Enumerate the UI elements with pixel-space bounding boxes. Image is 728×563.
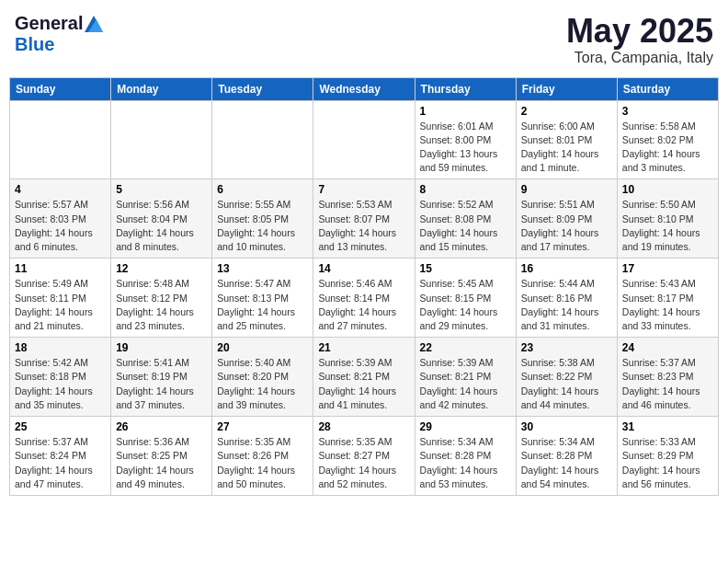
weekday-header-sunday: Sunday [10, 77, 111, 100]
day-info: Sunrise: 5:47 AMSunset: 8:13 PMDaylight:… [217, 277, 308, 333]
day-cell [10, 100, 111, 179]
weekday-header-tuesday: Tuesday [212, 77, 313, 100]
day-number: 8 [420, 183, 511, 196]
day-number: 19 [116, 341, 207, 354]
day-info: Sunrise: 5:52 AMSunset: 8:08 PMDaylight:… [420, 198, 511, 254]
day-number: 23 [521, 341, 612, 354]
day-info: Sunrise: 6:01 AMSunset: 8:00 PMDaylight:… [420, 120, 511, 176]
day-cell: 6Sunrise: 5:55 AMSunset: 8:05 PMDaylight… [212, 179, 313, 259]
day-info: Sunrise: 5:55 AMSunset: 8:05 PMDaylight:… [217, 198, 308, 254]
day-info: Sunrise: 5:53 AMSunset: 8:07 PMDaylight:… [318, 198, 409, 254]
weekday-header-row: SundayMondayTuesdayWednesdayThursdayFrid… [10, 77, 719, 100]
day-number: 6 [217, 183, 308, 196]
day-number: 16 [521, 262, 612, 275]
day-info: Sunrise: 5:45 AMSunset: 8:15 PMDaylight:… [420, 277, 511, 333]
day-number: 24 [622, 341, 713, 354]
logo: General Blue [15, 13, 103, 55]
location-title: Tora, Campania, Italy [566, 50, 713, 66]
day-info: Sunrise: 5:38 AMSunset: 8:22 PMDaylight:… [521, 356, 612, 412]
day-number: 10 [622, 183, 713, 196]
day-cell: 7Sunrise: 5:53 AMSunset: 8:07 PMDaylight… [313, 179, 415, 259]
day-cell: 15Sunrise: 5:45 AMSunset: 8:15 PMDayligh… [415, 259, 516, 338]
day-cell: 22Sunrise: 5:39 AMSunset: 8:21 PMDayligh… [415, 338, 516, 417]
week-row-3: 11Sunrise: 5:49 AMSunset: 8:11 PMDayligh… [10, 259, 719, 338]
day-info: Sunrise: 5:48 AMSunset: 8:12 PMDaylight:… [116, 277, 207, 333]
day-info: Sunrise: 6:00 AMSunset: 8:01 PMDaylight:… [521, 120, 612, 176]
day-cell: 4Sunrise: 5:57 AMSunset: 8:03 PMDaylight… [10, 179, 111, 259]
week-row-2: 4Sunrise: 5:57 AMSunset: 8:03 PMDaylight… [10, 179, 719, 259]
logo-flag-icon [83, 15, 103, 32]
day-cell: 30Sunrise: 5:34 AMSunset: 8:28 PMDayligh… [516, 417, 617, 496]
day-info: Sunrise: 5:58 AMSunset: 8:02 PMDaylight:… [622, 120, 713, 176]
day-cell [313, 100, 415, 179]
day-number: 30 [521, 420, 612, 433]
day-cell: 19Sunrise: 5:41 AMSunset: 8:19 PMDayligh… [111, 338, 212, 417]
day-info: Sunrise: 5:51 AMSunset: 8:09 PMDaylight:… [521, 198, 612, 254]
day-cell: 1Sunrise: 6:01 AMSunset: 8:00 PMDaylight… [415, 100, 516, 179]
day-cell: 23Sunrise: 5:38 AMSunset: 8:22 PMDayligh… [516, 338, 617, 417]
day-number: 12 [116, 262, 207, 275]
calendar-table: SundayMondayTuesdayWednesdayThursdayFrid… [9, 77, 719, 496]
day-info: Sunrise: 5:46 AMSunset: 8:14 PMDaylight:… [318, 277, 409, 333]
day-cell: 21Sunrise: 5:39 AMSunset: 8:21 PMDayligh… [313, 338, 415, 417]
day-number: 15 [420, 262, 511, 275]
weekday-header-wednesday: Wednesday [313, 77, 415, 100]
day-number: 27 [217, 420, 308, 433]
day-info: Sunrise: 5:50 AMSunset: 8:10 PMDaylight:… [622, 198, 713, 254]
day-number: 28 [318, 420, 409, 433]
day-info: Sunrise: 5:33 AMSunset: 8:29 PMDaylight:… [622, 435, 713, 491]
day-cell: 17Sunrise: 5:43 AMSunset: 8:17 PMDayligh… [617, 259, 718, 338]
day-cell: 31Sunrise: 5:33 AMSunset: 8:29 PMDayligh… [617, 417, 718, 496]
day-number: 3 [622, 105, 713, 118]
logo-blue-text: Blue [15, 34, 54, 54]
day-cell: 8Sunrise: 5:52 AMSunset: 8:08 PMDaylight… [415, 179, 516, 259]
day-number: 5 [116, 183, 207, 196]
day-info: Sunrise: 5:56 AMSunset: 8:04 PMDaylight:… [116, 198, 207, 254]
day-cell: 25Sunrise: 5:37 AMSunset: 8:24 PMDayligh… [10, 417, 111, 496]
day-cell [212, 100, 313, 179]
weekday-header-friday: Friday [516, 77, 617, 100]
day-number: 2 [521, 105, 612, 118]
day-cell: 5Sunrise: 5:56 AMSunset: 8:04 PMDaylight… [111, 179, 212, 259]
day-info: Sunrise: 5:40 AMSunset: 8:20 PMDaylight:… [217, 356, 308, 412]
day-number: 18 [15, 341, 106, 354]
day-number: 21 [318, 341, 409, 354]
day-info: Sunrise: 5:37 AMSunset: 8:24 PMDaylight:… [15, 435, 106, 491]
day-cell: 29Sunrise: 5:34 AMSunset: 8:28 PMDayligh… [415, 417, 516, 496]
day-cell: 20Sunrise: 5:40 AMSunset: 8:20 PMDayligh… [212, 338, 313, 417]
day-info: Sunrise: 5:49 AMSunset: 8:11 PMDaylight:… [15, 277, 106, 333]
day-number: 26 [116, 420, 207, 433]
day-number: 25 [15, 420, 106, 433]
day-cell: 16Sunrise: 5:44 AMSunset: 8:16 PMDayligh… [516, 259, 617, 338]
day-number: 7 [318, 183, 409, 196]
day-info: Sunrise: 5:34 AMSunset: 8:28 PMDaylight:… [420, 435, 511, 491]
day-info: Sunrise: 5:35 AMSunset: 8:26 PMDaylight:… [217, 435, 308, 491]
weekday-header-saturday: Saturday [617, 77, 718, 100]
day-number: 4 [15, 183, 106, 196]
day-cell: 11Sunrise: 5:49 AMSunset: 8:11 PMDayligh… [10, 259, 111, 338]
day-cell: 27Sunrise: 5:35 AMSunset: 8:26 PMDayligh… [212, 417, 313, 496]
week-row-1: 1Sunrise: 6:01 AMSunset: 8:00 PMDaylight… [10, 100, 719, 179]
day-info: Sunrise: 5:39 AMSunset: 8:21 PMDaylight:… [318, 356, 409, 412]
day-info: Sunrise: 5:44 AMSunset: 8:16 PMDaylight:… [521, 277, 612, 333]
day-cell: 2Sunrise: 6:00 AMSunset: 8:01 PMDaylight… [516, 100, 617, 179]
day-info: Sunrise: 5:36 AMSunset: 8:25 PMDaylight:… [116, 435, 207, 491]
day-info: Sunrise: 5:43 AMSunset: 8:17 PMDaylight:… [622, 277, 713, 333]
day-info: Sunrise: 5:35 AMSunset: 8:27 PMDaylight:… [318, 435, 409, 491]
day-number: 29 [420, 420, 511, 433]
weekday-header-thursday: Thursday [415, 77, 516, 100]
weekday-header-monday: Monday [111, 77, 212, 100]
day-info: Sunrise: 5:34 AMSunset: 8:28 PMDaylight:… [521, 435, 612, 491]
day-number: 31 [622, 420, 713, 433]
day-number: 17 [622, 262, 713, 275]
week-row-4: 18Sunrise: 5:42 AMSunset: 8:18 PMDayligh… [10, 338, 719, 417]
day-cell: 26Sunrise: 5:36 AMSunset: 8:25 PMDayligh… [111, 417, 212, 496]
day-info: Sunrise: 5:39 AMSunset: 8:21 PMDaylight:… [420, 356, 511, 412]
day-cell: 14Sunrise: 5:46 AMSunset: 8:14 PMDayligh… [313, 259, 415, 338]
page-header: General Blue May 2025 Tora, Campania, It… [9, 9, 719, 70]
day-info: Sunrise: 5:57 AMSunset: 8:03 PMDaylight:… [15, 198, 106, 254]
day-number: 1 [420, 105, 511, 118]
day-cell [111, 100, 212, 179]
day-cell: 13Sunrise: 5:47 AMSunset: 8:13 PMDayligh… [212, 259, 313, 338]
day-cell: 28Sunrise: 5:35 AMSunset: 8:27 PMDayligh… [313, 417, 415, 496]
